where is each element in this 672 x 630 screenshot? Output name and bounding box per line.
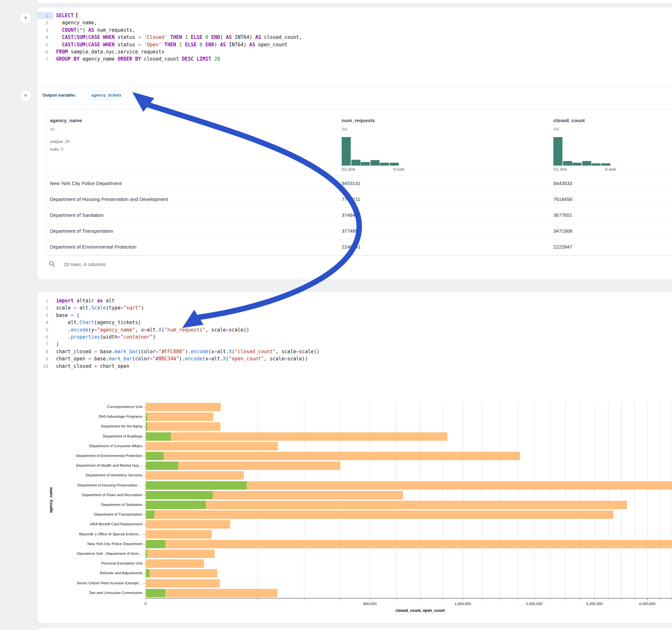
code-line: 6 .properties(width="container") bbox=[37, 334, 672, 341]
x-tick bbox=[146, 598, 146, 601]
column-histogram bbox=[553, 137, 611, 166]
y-tick bbox=[143, 593, 146, 593]
line-number-gutter: 4 bbox=[37, 319, 53, 326]
gridline bbox=[594, 402, 595, 598]
x-axis-label: 2,400,000 bbox=[511, 602, 557, 606]
line-number-gutter: 1⌄ bbox=[37, 12, 53, 19]
line-number-gutter: 4 bbox=[37, 34, 53, 41]
code-line: 9chart_open = base.mark_bar(color="#8BC3… bbox=[37, 355, 672, 362]
column-header-name[interactable]: closed_count bbox=[553, 118, 585, 123]
line-number-gutter: 2 bbox=[37, 304, 53, 311]
x-axis-label: 1,600,000 bbox=[440, 602, 486, 606]
histogram-bar bbox=[361, 162, 370, 166]
gridline bbox=[608, 402, 608, 598]
x-tick bbox=[647, 598, 647, 601]
code-line: 7) bbox=[37, 341, 672, 348]
code-line: 1⌄SELECT bbox=[37, 12, 672, 19]
output-variable-pill[interactable]: agency_tickets bbox=[88, 91, 123, 100]
column-header-name[interactable]: num_requests bbox=[342, 118, 375, 123]
x-tick bbox=[442, 598, 443, 601]
code-line: 5 CAST(SUM(CASE WHEN status = 'Open' THE… bbox=[37, 41, 672, 48]
result-table: agency_namestrunique: 20nulls: 0num_requ… bbox=[46, 109, 672, 256]
y-axis-label: Correspondence Unit bbox=[37, 405, 142, 409]
bar-open-count bbox=[146, 491, 213, 500]
y-axis-label: Department of Consumer Affairs bbox=[37, 444, 142, 448]
gridline bbox=[421, 402, 421, 598]
y-tick bbox=[143, 515, 146, 515]
y-axis-label: DHS Advantage Programs bbox=[37, 414, 142, 418]
fold-chevron-icon[interactable]: ⌄ bbox=[50, 312, 52, 319]
bar-open-count bbox=[146, 422, 147, 431]
y-tick bbox=[143, 427, 146, 427]
output-variable-strip: Output variable: agency_tickets bbox=[37, 87, 672, 105]
bar-closed-count bbox=[146, 589, 278, 597]
gridline bbox=[397, 402, 397, 598]
bar-closed-count bbox=[146, 540, 672, 548]
next-cell-edge bbox=[37, 627, 672, 630]
y-tick bbox=[143, 534, 146, 535]
table-cell: New York City Police Department bbox=[50, 180, 122, 186]
line-number-gutter: 5 bbox=[37, 326, 53, 334]
sql-code-editor[interactable]: 1⌄SELECT 2 agency_name,3 COUNT(*) AS num… bbox=[37, 12, 672, 87]
bar-closed-count bbox=[146, 422, 220, 431]
x-axis-title: closed_count, open_count bbox=[323, 608, 518, 613]
gridline bbox=[482, 402, 482, 598]
bar-closed-count bbox=[146, 569, 217, 578]
search-icon[interactable] bbox=[49, 261, 55, 267]
gridline bbox=[580, 402, 580, 598]
x-axis-line bbox=[146, 598, 672, 599]
line-number-gutter: 8 bbox=[37, 348, 53, 355]
bar-closed-count bbox=[146, 530, 212, 539]
python-code-editor[interactable]: 1import altair as alt2scale = alt.Scale(… bbox=[37, 297, 672, 370]
y-tick bbox=[143, 583, 146, 584]
code-line: 3 COUNT(*) AS num_requests, bbox=[37, 27, 672, 34]
table-cell: 3774892 bbox=[342, 228, 360, 234]
histogram-bar bbox=[573, 163, 581, 166]
gridline bbox=[442, 402, 443, 598]
bar-closed-count bbox=[146, 471, 244, 480]
y-axis-label: Department of Environmental Protection bbox=[37, 454, 142, 458]
table-row[interactable]: Department of Housing Preservation and D… bbox=[46, 192, 672, 208]
histogram-bar bbox=[553, 137, 562, 166]
gridline bbox=[647, 402, 647, 598]
x-tick bbox=[608, 598, 608, 601]
code-line: 1import altair as alt bbox=[37, 297, 672, 304]
table-cell: Department of Transportation bbox=[50, 228, 113, 234]
x-tick bbox=[594, 598, 595, 601]
table-row[interactable]: New York City Police Department945313194… bbox=[46, 176, 672, 192]
x-tick bbox=[340, 598, 340, 601]
histogram-bar bbox=[380, 163, 389, 166]
bar-open-count bbox=[146, 452, 164, 460]
bar-closed-count bbox=[146, 432, 447, 441]
table-cell: 7782211 bbox=[342, 196, 360, 202]
line-number-gutter: 9 bbox=[37, 355, 53, 362]
x-tick bbox=[500, 598, 501, 601]
table-row[interactable]: Department of Environmental Protection22… bbox=[46, 239, 672, 256]
table-cell: 3471908 bbox=[553, 228, 572, 234]
bar-closed-count bbox=[146, 452, 520, 460]
x-tick bbox=[634, 598, 635, 601]
add-cell-button-middle[interactable]: + bbox=[20, 90, 32, 102]
histogram-bar bbox=[370, 160, 380, 166]
gridline bbox=[660, 402, 660, 598]
x-axis-label: 4,000,000 bbox=[624, 602, 670, 606]
line-number-gutter: 6 bbox=[37, 48, 53, 55]
y-tick bbox=[143, 437, 146, 437]
fold-chevron-icon[interactable]: ⌄ bbox=[50, 12, 52, 20]
add-cell-button-top[interactable]: + bbox=[20, 12, 32, 24]
chart-y-labels: Correspondence UnitDHS Advantage Program… bbox=[37, 402, 146, 598]
table-row[interactable]: Department of Sanitation37494853677651 bbox=[46, 208, 672, 224]
y-tick bbox=[143, 525, 146, 525]
histogram-bar bbox=[582, 161, 591, 166]
result-table-header: agency_namestrunique: 20nulls: 0num_requ… bbox=[46, 109, 672, 176]
table-cell: 3677651 bbox=[553, 212, 572, 218]
y-tick bbox=[143, 544, 146, 544]
bar-closed-count bbox=[146, 559, 204, 568]
column-header-name[interactable]: agency_name bbox=[50, 118, 82, 123]
table-cell: Department of Sanitation bbox=[50, 212, 104, 218]
table-row[interactable]: Department of Transportation377489234719… bbox=[46, 223, 672, 240]
gridline bbox=[370, 402, 370, 598]
gridline bbox=[621, 402, 622, 598]
code-line: 2 agency_name, bbox=[37, 19, 672, 26]
line-number-gutter: 7 bbox=[37, 341, 53, 348]
